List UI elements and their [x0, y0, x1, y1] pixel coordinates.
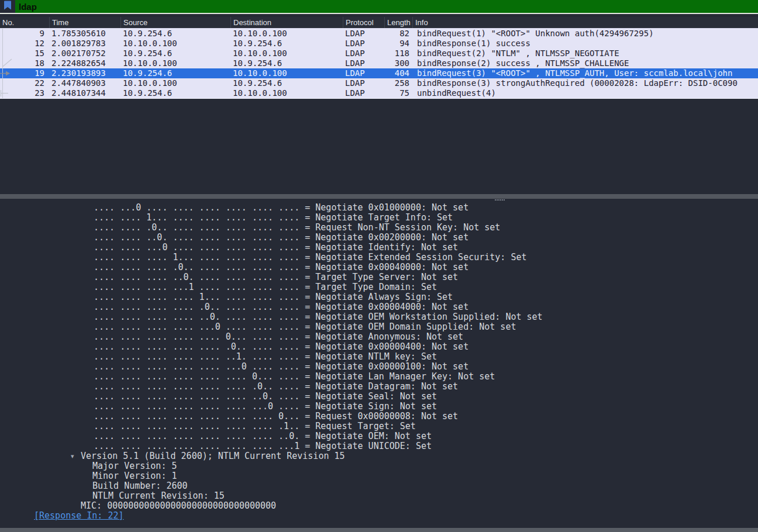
- cell-destination: 10.9.254.6: [230, 58, 343, 68]
- detail-tree-line[interactable]: .... .... .... .... .0.. .... .... .... …: [0, 302, 758, 312]
- pane-splitter[interactable]: [0, 194, 758, 199]
- packet-row[interactable]: 122.00182978310.10.0.10010.9.254.6LDAP94…: [0, 39, 758, 49]
- packet-row-selected[interactable]: 192.23019389310.9.254.610.10.0.100LDAP40…: [0, 68, 758, 78]
- cell-protocol: LDAP: [343, 58, 384, 68]
- detail-line-text: .... .... .... .... .... .... .... ...1 …: [94, 441, 432, 451]
- detail-line-text: .... .... .... .... .0.. .... .... .... …: [94, 302, 468, 312]
- cell-destination: 10.10.0.100: [230, 68, 343, 78]
- cell-time: 1.785305610: [49, 29, 120, 39]
- cell-protocol: LDAP: [343, 68, 384, 78]
- detail-line-text: .... .... .... .... .... 0... .... .... …: [94, 331, 463, 342]
- detail-tree-line[interactable]: ▾Version 5.1 (Build 2600); NTLM Current …: [0, 451, 758, 461]
- cell-source: 10.10.0.100: [120, 78, 230, 88]
- detail-tree-line[interactable]: .... .... .0.. .... .... .... .... .... …: [0, 223, 758, 233]
- cell-source: 10.9.254.6: [120, 68, 230, 78]
- detail-tree-line[interactable]: .... .... .... ..0. .... .... .... .... …: [0, 272, 758, 282]
- cell-destination: 10.10.0.100: [230, 49, 343, 58]
- display-filter-input[interactable]: ldap: [15, 0, 758, 13]
- detail-line-text: .... .... ..0. .... .... .... .... .... …: [94, 232, 468, 243]
- column-header-source[interactable]: Source: [120, 17, 230, 28]
- display-filter-bar: ldap: [0, 0, 758, 14]
- detail-tree-line[interactable]: .... .... .... .... .... .... 0... .... …: [0, 372, 758, 382]
- detail-tree-line[interactable]: NTLM Current Revision: 15: [0, 491, 758, 501]
- detail-tree-line[interactable]: .... ...0 .... .... .... .... .... .... …: [0, 203, 758, 213]
- detail-tree-line[interactable]: .... .... .... .... .... 0... .... .... …: [0, 332, 758, 342]
- cell-source: 10.9.254.6: [120, 49, 230, 58]
- detail-line-text: .... .... .... ...1 .... .... .... .... …: [94, 282, 437, 292]
- detail-tree-line[interactable]: .... .... .... .0.. .... .... .... .... …: [0, 262, 758, 272]
- detail-line-text: .... .... .... .... .... ...0 .... .... …: [94, 361, 468, 372]
- detail-tree-line[interactable]: Minor Version: 1: [0, 471, 758, 481]
- cell-no: 18: [0, 58, 49, 68]
- detail-tree-line[interactable]: .... .... .... .... .... .... ...0 .... …: [0, 402, 758, 412]
- detail-tree-line[interactable]: .... .... .... .... ..0. .... .... .... …: [0, 312, 758, 322]
- detail-tree-line[interactable]: .... .... .... .... .... .... .... ..0. …: [0, 431, 758, 441]
- detail-line-text: .... .... .... .... .... .... ..0. .... …: [94, 391, 437, 402]
- cell-info: unbindRequest(4): [412, 88, 758, 98]
- detail-line-text: .... .... .... .... .... .... .... .1.. …: [94, 421, 416, 431]
- packet-list-header: No.TimeSourceDestinationProtocolLengthIn…: [0, 17, 758, 29]
- detail-line-text: .... .... .... 1... .... .... .... .... …: [94, 252, 527, 262]
- detail-tree-line[interactable]: .... .... ..0. .... .... .... .... .... …: [0, 233, 758, 243]
- cell-protocol: LDAP: [343, 88, 384, 98]
- filter-bookmark-button[interactable]: [0, 0, 15, 13]
- splitter-grip-icon[interactable]: [495, 199, 505, 201]
- column-header-time[interactable]: Time: [49, 17, 120, 28]
- packet-row[interactable]: 232.44810734410.9.254.610.10.0.100LDAP75…: [0, 88, 758, 98]
- detail-tree-line[interactable]: Major Version: 5: [0, 461, 758, 471]
- column-header-info[interactable]: Info: [412, 17, 758, 28]
- detail-tree-line[interactable]: .... .... .... .... .... .... .0.. .... …: [0, 382, 758, 392]
- cell-destination: 10.9.254.6: [230, 39, 343, 49]
- cell-info: bindRequest(3) "<ROOT>" , NTLMSSP_AUTH, …: [412, 68, 758, 78]
- cell-length: 258: [384, 78, 412, 88]
- detail-tree-line[interactable]: .... .... ...0 .... .... .... .... .... …: [0, 243, 758, 253]
- detail-tree-line[interactable]: MIC: 00000000000000000000000000000000: [0, 501, 758, 511]
- expand-collapse-arrow-icon[interactable]: ▾: [71, 451, 74, 461]
- detail-tree-line[interactable]: .... .... .... ...1 .... .... .... .... …: [0, 282, 758, 292]
- cell-protocol: LDAP: [343, 49, 384, 58]
- column-header-protocol[interactable]: Protocol: [343, 17, 384, 28]
- detail-tree-line[interactable]: .... .... .... 1... .... .... .... .... …: [0, 253, 758, 262]
- packet-row[interactable]: 222.44784090310.10.0.10010.9.254.6LDAP25…: [0, 78, 758, 88]
- detail-line-text: .... .... .... .... .... .... 0... .... …: [94, 371, 495, 382]
- detail-line-text: .... .... .... .... .... .... .... 0... …: [94, 411, 458, 422]
- column-header-destination[interactable]: Destination: [230, 17, 343, 28]
- cell-time: 2.002170752: [49, 49, 120, 58]
- cell-time: 2.447840903: [49, 78, 120, 88]
- detail-tree-line[interactable]: .... .... .... .... .... .... .... .1.. …: [0, 422, 758, 431]
- detail-tree-line[interactable]: .... .... .... .... 1... .... .... .... …: [0, 292, 758, 302]
- bookmark-icon: [3, 0, 12, 13]
- detail-tree-line[interactable]: .... .... .... .... .... .0.. .... .... …: [0, 342, 758, 352]
- cell-destination: 10.10.0.100: [230, 88, 343, 98]
- cell-info: bindResponse(2) success , NTLMSSP_CHALLE…: [412, 58, 758, 68]
- column-header-length[interactable]: Length: [384, 17, 412, 28]
- detail-line-text: .... .... .... .... ..0. .... .... .... …: [94, 312, 543, 322]
- cell-no: 12: [0, 39, 49, 49]
- packet-row[interactable]: 182.22488265410.10.0.10010.9.254.6LDAP30…: [0, 58, 758, 68]
- cell-time: 2.230193893: [49, 68, 120, 78]
- detail-link-response-in[interactable]: [Response In: 22]: [0, 511, 758, 521]
- cell-time: 2.001829783: [49, 39, 120, 49]
- packet-row[interactable]: 152.00217075210.9.254.610.10.0.100LDAP11…: [0, 49, 758, 58]
- cell-info: bindResponse(1) success: [412, 39, 758, 49]
- detail-tree-line[interactable]: .... .... .... .... .... .... ..0. .... …: [0, 392, 758, 402]
- cell-length: 75: [384, 88, 412, 98]
- detail-tree-line[interactable]: .... .... .... .... .... ..1. .... .... …: [0, 352, 758, 362]
- cell-destination: 10.10.0.100: [230, 29, 343, 39]
- detail-line-text: MIC: 00000000000000000000000000000000: [81, 500, 276, 511]
- bottom-pane-splitter[interactable]: [0, 528, 758, 532]
- cell-info: bindResponse(3) strongAuthRequired (0000…: [412, 78, 758, 88]
- detail-tree-line[interactable]: .... .... .... .... .... ...0 .... .... …: [0, 362, 758, 372]
- detail-tree-line[interactable]: .... .... .... .... ...0 .... .... .... …: [0, 322, 758, 332]
- detail-tree-line[interactable]: Build Number: 2600: [0, 481, 758, 491]
- packet-row[interactable]: 91.78530561010.9.254.610.10.0.100LDAP82b…: [0, 29, 758, 39]
- packet-detail-pane: .... ...0 .... .... .... .... .... .... …: [0, 202, 758, 528]
- cell-length: 118: [384, 49, 412, 58]
- detail-tree-line[interactable]: .... .... .... .... .... .... .... ...1 …: [0, 441, 758, 451]
- detail-tree-line[interactable]: .... .... 1... .... .... .... .... .... …: [0, 213, 758, 223]
- cell-protocol: LDAP: [343, 78, 384, 88]
- column-header-no[interactable]: No.: [0, 17, 49, 28]
- cell-destination: 10.9.254.6: [230, 78, 343, 88]
- detail-tree-line[interactable]: .... .... .... .... .... .... .... 0... …: [0, 412, 758, 422]
- detail-line-text: .... .... .... .... .... .... ...0 .... …: [94, 401, 437, 412]
